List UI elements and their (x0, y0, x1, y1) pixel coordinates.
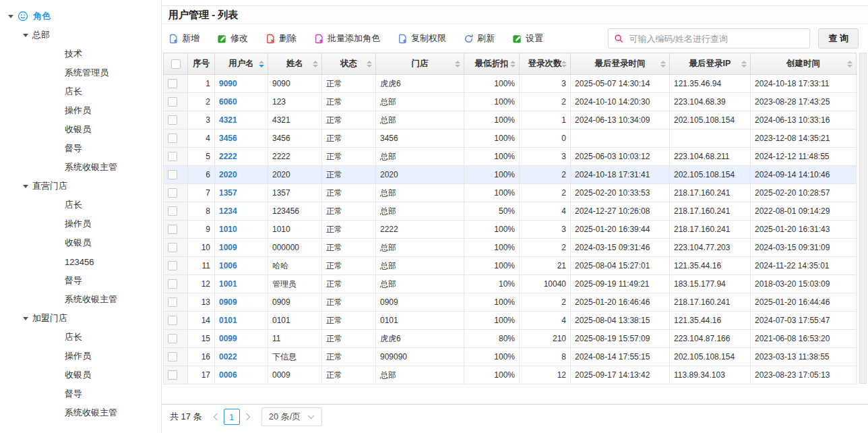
row-checkbox-cell[interactable] (164, 75, 188, 93)
tree-item-node[interactable]: 总部 (0, 26, 161, 45)
toolbar-button-new-doc[interactable]: 新增 (168, 32, 199, 45)
table-row[interactable]: 434563456正常3456100%02023-12-08 14:35:21 (164, 129, 857, 148)
row-checkbox-cell[interactable] (164, 129, 188, 148)
toolbar-button-batch-add-role[interactable]: 批量添加角色 (314, 32, 380, 45)
page-size-select[interactable]: 20 条/页 (261, 407, 323, 426)
select-all-checkbox[interactable] (171, 59, 181, 69)
table-row[interactable]: 111006哈哈正常总部100%212025-08-04 15:27:01121… (164, 257, 857, 275)
current-page-button[interactable]: 1 (224, 409, 240, 425)
table-row[interactable]: 910101010正常2222100%32025-01-20 16:39:442… (164, 221, 857, 239)
sort-carets-icon[interactable] (660, 61, 666, 67)
toolbar-button-refresh[interactable]: 刷新 (464, 32, 495, 45)
row-checkbox-cell[interactable] (164, 166, 188, 184)
row-checkbox-cell[interactable] (164, 111, 188, 129)
tree-item-node[interactable]: 店长 (0, 196, 161, 214)
table-row[interactable]: 121001管理员正常总部10%100402025-09-19 11:49:21… (164, 275, 857, 293)
tree-item-node[interactable]: 收银员 (0, 233, 161, 252)
row-checkbox[interactable] (168, 134, 177, 143)
tree-item-node[interactable]: 收银员 (0, 120, 161, 139)
table-row[interactable]: 343214321正常总部100%12024-06-13 10:34:09202… (164, 111, 857, 129)
cell-username[interactable]: 2222 (215, 148, 268, 166)
tree-item-node[interactable]: 督导 (0, 139, 161, 158)
row-checkbox[interactable] (168, 243, 177, 252)
cell-username[interactable]: 2020 (215, 166, 268, 184)
tree-item-node[interactable]: 督导 (0, 271, 161, 290)
cell-username[interactable]: 1009 (215, 239, 268, 257)
row-checkbox[interactable] (168, 188, 177, 198)
sort-carets-icon[interactable] (561, 61, 567, 67)
tree-item-node[interactable]: 技术 (0, 45, 161, 63)
caret-down-icon[interactable] (5, 15, 16, 18)
cell-username[interactable]: 1006 (215, 257, 268, 275)
tree-item-node[interactable]: 系统收银主管 (0, 290, 161, 309)
table-row[interactable]: 101009000000正常总部100%22024-03-15 09:31:46… (164, 239, 857, 257)
cell-username[interactable]: 0909 (215, 293, 268, 312)
table-row[interactable]: 190909090正常虎虎6100%32025-05-07 14:30:1412… (164, 75, 857, 93)
tree-item-node[interactable]: 操作员 (0, 347, 161, 366)
caret-down-icon[interactable] (20, 34, 31, 37)
cell-username[interactable]: 1001 (215, 275, 268, 293)
tree-item-node[interactable]: 系统管理员 (0, 63, 161, 82)
row-checkbox-cell[interactable] (164, 312, 188, 330)
sort-carets-icon[interactable] (313, 61, 318, 67)
row-checkbox[interactable] (168, 152, 177, 161)
tree-item-node[interactable]: 加盟门店 (0, 309, 161, 328)
next-page-button[interactable] (241, 413, 255, 421)
tree-item-node[interactable]: 123456 (0, 252, 161, 271)
column-header-username[interactable]: 用户名 (215, 53, 268, 75)
table-row[interactable]: 620202020正常2020100%22024-10-18 17:31:412… (164, 166, 857, 184)
cell-username[interactable]: 0101 (215, 312, 268, 330)
table-row[interactable]: 1700060009正常总部100%122025-09-17 14:13:421… (164, 366, 857, 384)
toolbar-button-delete-doc[interactable]: 删除 (266, 32, 297, 45)
sort-carets-icon[interactable] (847, 61, 852, 67)
table-row[interactable]: 713571357正常总部100%22025-02-20 10:33:53218… (164, 184, 857, 202)
row-checkbox-cell[interactable] (164, 221, 188, 239)
row-checkbox[interactable] (168, 370, 177, 380)
row-checkbox-cell[interactable] (164, 202, 188, 221)
row-checkbox[interactable] (168, 79, 177, 88)
cell-username[interactable]: 4321 (215, 111, 268, 129)
tree-item-node[interactable]: 系统收银主管 (0, 158, 161, 177)
sort-carets-icon[interactable] (510, 61, 516, 67)
prev-page-button[interactable] (209, 413, 222, 421)
tree-item-node[interactable]: 直营门店 (0, 177, 161, 196)
cell-username[interactable]: 0099 (215, 330, 268, 348)
column-header-last_login_time[interactable]: 最后登录时间 (571, 53, 670, 75)
table-row[interactable]: 522222222正常总部100%32025-06-03 10:03:12223… (164, 148, 857, 166)
row-checkbox[interactable] (168, 279, 177, 289)
vertical-scrollbar[interactable] (859, 53, 867, 384)
row-checkbox-cell[interactable] (164, 348, 188, 366)
tree-item-node[interactable]: 店长 (0, 328, 161, 347)
row-checkbox-cell[interactable] (164, 275, 188, 293)
row-checkbox-cell[interactable] (164, 293, 188, 312)
row-checkbox-cell[interactable] (164, 148, 188, 166)
sort-carets-icon[interactable] (455, 61, 460, 67)
column-header-created_time[interactable]: 创建时间 (751, 53, 857, 75)
tree-item-node[interactable]: 督导 (0, 384, 161, 403)
row-checkbox[interactable] (168, 225, 177, 234)
tree-item-active[interactable]: 角色 (0, 7, 161, 26)
row-checkbox-cell[interactable] (164, 184, 188, 202)
row-checkbox-cell[interactable] (164, 366, 188, 384)
table-row[interactable]: 81234123456正常总部50%42024-12-27 10:26:0821… (164, 202, 857, 221)
column-header-last_login_ip[interactable]: 最后登录IP (670, 53, 751, 75)
table-row[interactable]: 15009911正常虎虎680%2102025-08-19 15:57:0922… (164, 330, 857, 348)
cell-username[interactable]: 0006 (215, 366, 268, 384)
table-row[interactable]: 160022下信息正常909090100%82024-08-14 17:55:1… (164, 348, 857, 366)
caret-down-icon[interactable] (20, 185, 31, 188)
row-checkbox-cell[interactable] (164, 257, 188, 275)
toolbar-button-copy-permission[interactable]: 复制权限 (398, 32, 446, 45)
row-checkbox-cell[interactable] (164, 330, 188, 348)
row-checkbox[interactable] (168, 206, 177, 216)
caret-down-icon[interactable] (20, 317, 31, 320)
row-checkbox[interactable] (168, 170, 177, 179)
cell-username[interactable]: 0022 (215, 348, 268, 366)
sort-carets-icon[interactable] (367, 61, 372, 67)
column-header-logins[interactable]: 登录次数 (520, 53, 571, 75)
cell-username[interactable]: 1234 (215, 202, 268, 221)
toolbar-button-settings-edit[interactable]: 设置 (512, 32, 543, 45)
row-checkbox-cell[interactable] (164, 93, 188, 111)
column-header-store[interactable]: 门店 (376, 53, 464, 75)
cell-username[interactable]: 1357 (215, 184, 268, 202)
column-header-status[interactable]: 状态 (322, 53, 376, 75)
